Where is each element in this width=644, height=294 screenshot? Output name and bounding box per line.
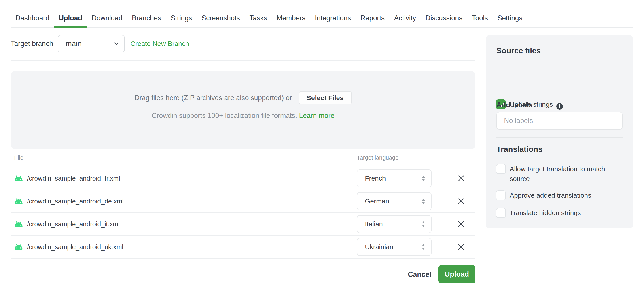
branch-select[interactable]: main [58, 35, 125, 52]
android-file-icon [14, 175, 23, 182]
close-icon [458, 244, 464, 250]
allow-target-translation-label: Allow target translation to match source [510, 164, 617, 184]
info-icon[interactable]: i [556, 103, 563, 110]
branch-select-value: main [66, 39, 82, 48]
approve-added-translations-label: Approve added translations [510, 191, 591, 200]
files-list: /crowdin_sample_android_fr.xml French /c… [11, 167, 476, 259]
nav-item[interactable]: Reports [356, 14, 390, 27]
target-language-value: Italian [365, 220, 383, 228]
nav-item[interactable]: Dashboard [11, 14, 54, 27]
nav-item[interactable]: Branches [127, 14, 166, 27]
target-language-value: Ukrainian [365, 243, 393, 251]
nav-item[interactable]: Tools [467, 14, 492, 27]
sidebar-divider [496, 137, 622, 137]
translations-heading: Translations [496, 145, 542, 154]
column-header-target-language: Target language [357, 154, 398, 161]
file-row: /crowdin_sample_android_uk.xml Ukrainian [11, 236, 476, 259]
nav-item[interactable]: Activity [389, 14, 420, 27]
sort-arrows-icon [422, 221, 425, 227]
target-language-select[interactable]: Ukrainian [357, 238, 432, 256]
target-language-select[interactable]: German [357, 192, 432, 210]
upload-button[interactable]: Upload [438, 265, 476, 283]
nav-item[interactable]: Integrations [310, 14, 356, 27]
upload-page: DashboardUploadDownloadBranchesStringsSc… [0, 0, 644, 294]
labels-input[interactable] [496, 112, 622, 129]
file-path: /crowdin_sample_android_fr.xml [27, 175, 120, 182]
target-language-value: French [365, 175, 386, 182]
create-new-branch-link[interactable]: Create New Branch [130, 40, 189, 48]
allow-target-translation-option: Allow target translation to match source [496, 164, 617, 184]
remove-file-button[interactable] [456, 174, 466, 183]
target-language-value: German [365, 197, 389, 205]
approve-added-translations-checkbox[interactable] [496, 191, 506, 200]
android-file-icon [14, 244, 23, 250]
remove-file-button[interactable] [456, 196, 466, 206]
nav-item[interactable]: Upload [54, 14, 87, 27]
source-files-heading: Source files [496, 46, 541, 55]
target-branch-label: Target branch [11, 40, 53, 48]
learn-more-link[interactable]: Learn more [299, 112, 334, 119]
target-branch-bar: Target branch main Create New Branch [11, 35, 189, 52]
translate-hidden-strings-label: Translate hidden strings [510, 208, 581, 218]
file-row: /crowdin_sample_android_it.xml Italian [11, 213, 476, 236]
formats-row: Crowdin supports 100+ localization file … [11, 112, 476, 120]
upload-options-panel: Source files Update stringsi Cleanup mod… [486, 35, 633, 228]
approve-added-translations-option: Approve added translations [496, 191, 591, 200]
translate-hidden-strings-checkbox[interactable] [496, 208, 506, 218]
target-language-select[interactable]: Italian [357, 215, 432, 233]
nav-item[interactable]: Strings [166, 14, 197, 27]
file-path: /crowdin_sample_android_it.xml [27, 220, 120, 228]
supported-formats-text: Crowdin supports 100+ localization file … [152, 112, 297, 119]
nav-item[interactable]: Tasks [245, 14, 272, 27]
file-path: /crowdin_sample_android_uk.xml [27, 243, 123, 251]
project-nav: DashboardUploadDownloadBranchesStringsSc… [11, 0, 633, 28]
sort-arrows-icon [422, 198, 425, 204]
file-row: /crowdin_sample_android_fr.xml French [11, 167, 476, 190]
allow-target-translation-checkbox[interactable] [496, 164, 506, 174]
nav-item[interactable]: Screenshots [197, 14, 245, 27]
nav-item[interactable]: Discussions [421, 14, 467, 27]
nav-item[interactable]: Settings [492, 14, 527, 27]
android-file-icon [14, 198, 23, 205]
nav-item[interactable]: Download [87, 14, 127, 27]
section-divider [11, 60, 476, 61]
dropzone-row: Drag files here (ZIP archives are also s… [11, 91, 476, 104]
sort-arrows-icon [422, 244, 425, 250]
select-files-button[interactable]: Select Files [299, 91, 352, 104]
close-icon [458, 175, 464, 182]
drag-files-text: Drag files here (ZIP archives are also s… [134, 94, 292, 102]
cancel-button[interactable]: Cancel [400, 267, 440, 282]
nav-item[interactable]: Members [272, 14, 310, 27]
file-row: /crowdin_sample_android_de.xml German [11, 190, 476, 213]
remove-file-button[interactable] [456, 219, 466, 229]
sort-arrows-icon [422, 176, 425, 181]
column-header-file: File [14, 154, 24, 161]
file-path: /crowdin_sample_android_de.xml [27, 198, 124, 205]
close-icon [458, 221, 464, 227]
add-labels-heading: Add labels [496, 101, 533, 109]
remove-file-button[interactable] [456, 242, 466, 252]
android-file-icon [14, 221, 23, 228]
chevron-down-icon [114, 42, 118, 45]
translate-hidden-strings-option: Translate hidden strings [496, 208, 581, 218]
close-icon [458, 198, 464, 205]
file-dropzone[interactable]: Drag files here (ZIP archives are also s… [11, 71, 476, 149]
target-language-select[interactable]: French [357, 169, 432, 187]
